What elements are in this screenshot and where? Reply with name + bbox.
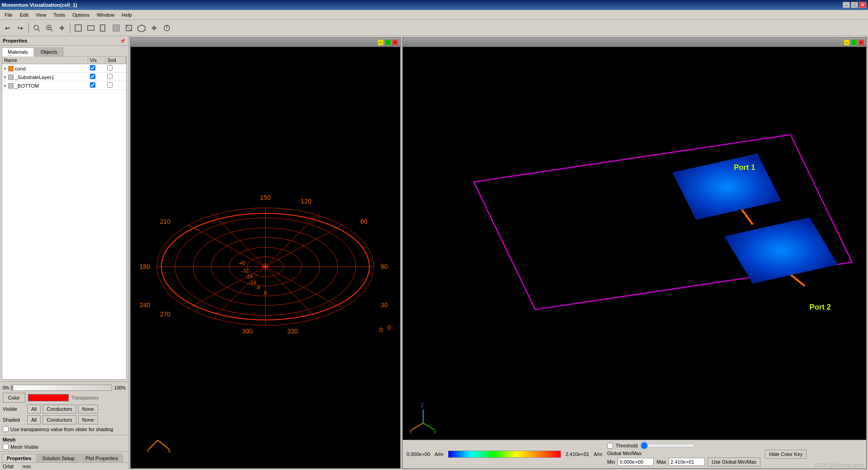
snd-checkbox-bottom[interactable] <box>107 82 113 88</box>
snd-checkbox-substrate[interactable] <box>107 74 113 79</box>
viz-left-maximize[interactable]: □ <box>385 39 391 46</box>
svg-rect-8 <box>100 25 105 31</box>
max-field[interactable] <box>669 458 705 466</box>
menu-edit[interactable]: Edit <box>16 11 32 19</box>
svg-line-1 <box>38 29 40 31</box>
svg-text:150: 150 <box>260 194 271 201</box>
use-global-button[interactable]: Use Global Min/Max <box>708 457 760 466</box>
col-vis: Vis <box>88 56 105 64</box>
close-button[interactable]: ✕ <box>859 2 866 8</box>
colorbar-unit-left: A/m <box>434 451 443 457</box>
toolbar-measure[interactable] <box>161 22 173 34</box>
table-row: ▶ _SubstrateLayer1 <box>2 73 126 81</box>
viz-canvas-left[interactable]: 150 120 180 90 210 60 240 30 270 0 300 3… <box>131 47 400 468</box>
svg-text:30: 30 <box>381 301 388 309</box>
visible-conductors-button[interactable]: Conductors <box>42 404 76 414</box>
toolbar-box4[interactable] <box>110 22 122 34</box>
svg-text:Port 1: Port 1 <box>734 163 755 172</box>
svg-rect-7 <box>88 26 94 30</box>
viz-area: ─ □ ✕ <box>129 36 868 470</box>
threshold-checkbox[interactable] <box>607 443 613 449</box>
svg-text:-24: -24 <box>245 274 253 279</box>
visible-all-button[interactable]: All <box>27 404 41 414</box>
toolbar-box3[interactable] <box>98 22 109 34</box>
toolbar-sep2 <box>70 23 71 33</box>
menu-options[interactable]: Options <box>69 11 93 19</box>
viz-left-minimize[interactable]: ─ <box>377 39 384 46</box>
toolbar-redo[interactable]: ↪ <box>14 22 26 34</box>
pin-button[interactable]: 📌 <box>119 38 126 44</box>
mat-name-cond: ▶ cond <box>2 64 88 73</box>
min-max-inputs: Min Max Use Global Min/Max <box>607 457 761 466</box>
title-bar-buttons: ─ □ ✕ <box>843 2 866 8</box>
svg-marker-55 <box>672 154 781 220</box>
toolbar-box5[interactable] <box>123 22 135 34</box>
mesh-visible-row: Mesh Visible <box>3 444 126 450</box>
snd-checkbox-cond[interactable] <box>107 65 113 70</box>
maximize-button[interactable]: □ <box>851 2 858 8</box>
menu-help[interactable]: Help <box>118 11 136 19</box>
viz-left-close[interactable]: ✕ <box>392 39 398 46</box>
menu-tools[interactable]: Tools <box>50 11 69 19</box>
color-button[interactable]: Color <box>3 393 25 403</box>
minimize-button[interactable]: ─ <box>843 2 850 8</box>
shaded-all-button[interactable]: All <box>27 415 41 424</box>
colorbar-max-value: 2.410e+01 <box>566 451 589 457</box>
vis-checkbox-bottom[interactable] <box>90 82 95 88</box>
viz-window-left-controls: ─ □ ✕ <box>377 39 398 46</box>
mat-icon-bottom <box>8 83 14 89</box>
orbit-label: Orbit <box>3 464 14 469</box>
colorbar-controls: Threshold Global Min/Max Min Max Use Glo… <box>607 442 761 466</box>
bottom-tab-plot[interactable]: Plot Properties <box>80 454 123 462</box>
viz-window-right: ─ □ ✕ <box>402 37 867 469</box>
viz-right-minimize[interactable]: ─ <box>844 39 850 46</box>
viz-right-maximize[interactable]: □ <box>851 39 857 46</box>
colorbar-unit-right: A/m <box>594 451 603 457</box>
shaded-none-button[interactable]: None <box>78 415 98 424</box>
mat-snd-cond <box>105 64 126 73</box>
bottom-tab-properties[interactable]: Properties <box>2 454 36 462</box>
mat-snd-substrate <box>105 73 126 81</box>
menu-window[interactable]: Window <box>93 11 118 19</box>
svg-text:60: 60 <box>360 218 368 225</box>
color-row: Color Transparency <box>3 393 126 403</box>
toolbar-zoom-in[interactable] <box>43 22 55 34</box>
svg-text:240: 240 <box>140 301 151 309</box>
tab-materials[interactable]: Materials <box>2 47 34 56</box>
vis-checkbox-substrate[interactable] <box>90 74 95 79</box>
toolbar-plus[interactable]: ✛ <box>148 22 160 34</box>
visible-none-button[interactable]: None <box>78 404 98 414</box>
max-label: Max <box>656 459 666 465</box>
toolbar-box1[interactable] <box>72 22 84 34</box>
mat-vis-substrate <box>88 73 105 81</box>
svg-line-11 <box>126 25 132 31</box>
toolbar-box2[interactable] <box>85 22 97 34</box>
color-section: 0% 100% Color Transparency Visible All C… <box>0 381 128 435</box>
menu-file[interactable]: File <box>1 11 16 19</box>
tab-objects[interactable]: Objects <box>35 47 63 56</box>
vis-checkbox-cond[interactable] <box>90 65 95 70</box>
properties-title: Properties <box>3 38 27 43</box>
materials-area: Name Vis Snd ▶ cond <box>2 56 127 380</box>
shaded-conductors-button[interactable]: Conductors <box>42 415 76 424</box>
hide-colorkey-button[interactable]: Hide Color Key <box>765 450 807 459</box>
bottom-tab-solution[interactable]: Solution Setup <box>37 454 80 462</box>
table-row: ▶ cond <box>2 64 126 73</box>
status-bar: Orbit mm <box>0 462 128 470</box>
svg-text:120: 120 <box>301 197 311 205</box>
toolbar-undo[interactable]: ↩ <box>2 22 14 34</box>
svg-line-60 <box>412 423 423 430</box>
toolbar-cursor[interactable]: ✛ <box>56 22 68 34</box>
toolbar-3d[interactable] <box>136 22 147 34</box>
mat-icon-substrate <box>8 75 14 80</box>
min-field[interactable] <box>618 458 654 466</box>
transparency-checkbox[interactable] <box>3 426 9 432</box>
mesh-visible-checkbox[interactable] <box>3 444 9 450</box>
threshold-slider[interactable] <box>641 442 695 449</box>
mesh-title: Mesh <box>3 437 126 442</box>
axis-indicator: Y X Z <box>407 403 439 435</box>
toolbar-zoom-fit[interactable] <box>31 22 42 34</box>
viz-canvas-right[interactable]: Port 1 Port 2 Y X Z <box>403 47 866 440</box>
menu-view[interactable]: View <box>32 11 50 19</box>
viz-right-close[interactable]: ✕ <box>858 39 864 46</box>
